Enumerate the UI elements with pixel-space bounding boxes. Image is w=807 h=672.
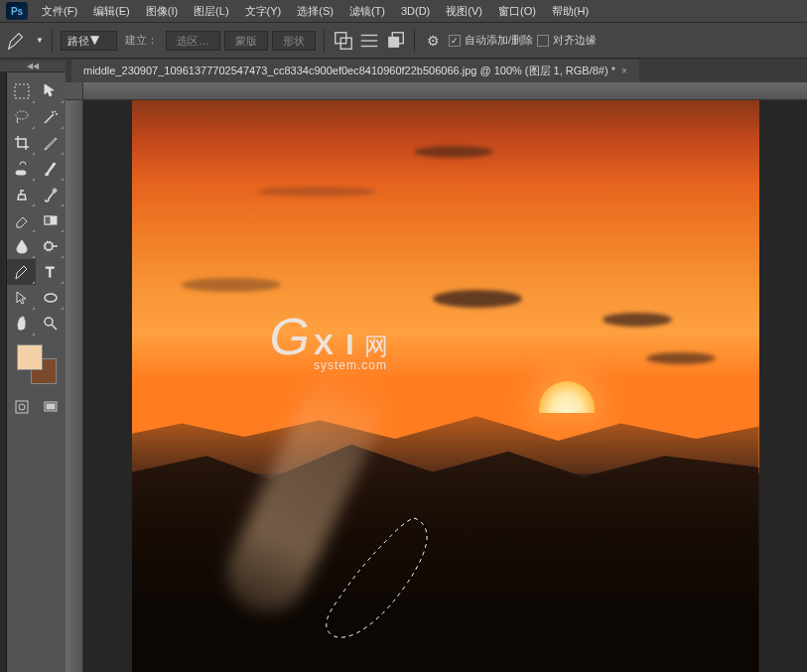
align-edges-label: 对齐边缘	[553, 33, 597, 48]
mode-select[interactable]: 路径 ⯆	[61, 31, 117, 51]
hand-tool[interactable]	[7, 311, 36, 336]
path-selection-tool[interactable]	[7, 285, 36, 311]
zoom-tool[interactable]	[36, 311, 65, 336]
menu-image[interactable]: 图像(I)	[138, 1, 186, 22]
ruler-corner[interactable]	[66, 82, 83, 100]
gradient-tool[interactable]	[36, 207, 65, 233]
svg-line-19	[52, 325, 57, 330]
document-image: G X I网 system.com	[132, 100, 759, 672]
auto-add-delete-checkbox[interactable]	[449, 35, 461, 47]
lasso-tool[interactable]	[7, 104, 36, 130]
divider	[414, 29, 415, 53]
tab-title: middle_230907_10961377702547473_cc8334c9…	[83, 64, 615, 78]
menu-filter[interactable]: 滤镜(T)	[341, 1, 393, 22]
path-alignment-icon[interactable]	[358, 30, 380, 52]
tab-close-icon[interactable]: ×	[621, 66, 627, 76]
magic-wand-tool[interactable]	[36, 104, 65, 130]
shape-tool[interactable]	[36, 285, 65, 311]
menu-layer[interactable]: 图层(L)	[186, 1, 236, 22]
pen-tool-icon[interactable]	[4, 30, 30, 52]
brush-tool[interactable]	[36, 156, 65, 182]
healing-brush-tool[interactable]	[7, 156, 36, 182]
align-edges-checkbox[interactable]	[537, 35, 549, 47]
svg-rect-12	[45, 216, 51, 224]
svg-rect-7	[15, 84, 29, 98]
menubar: Ps 文件(F) 编辑(E) 图像(I) 图层(L) 文字(Y) 选择(S) 滤…	[0, 0, 807, 23]
divider	[52, 29, 53, 53]
menu-edit[interactable]: 编辑(E)	[85, 1, 138, 22]
mask-button[interactable]: 蒙版	[224, 31, 268, 51]
path-arrangement-icon[interactable]	[384, 30, 406, 52]
menu-view[interactable]: 视图(V)	[438, 1, 490, 22]
gear-icon[interactable]: ⚙	[423, 30, 445, 52]
menu-type[interactable]: 文字(Y)	[237, 1, 290, 22]
type-tool[interactable]: T	[36, 259, 65, 285]
pen-tool[interactable]	[7, 259, 36, 285]
selection-button[interactable]: 选区…	[166, 31, 220, 51]
move-tool[interactable]	[36, 78, 65, 104]
menu-window[interactable]: 窗口(O)	[490, 1, 544, 22]
svg-rect-9	[16, 171, 26, 175]
document-tab[interactable]: middle_230907_10961377702547473_cc8334c9…	[71, 60, 639, 82]
panel-handle[interactable]: ◀◀	[0, 61, 66, 72]
canvas-area: G X I网 system.com	[66, 82, 807, 672]
menu-select[interactable]: 选择(S)	[289, 1, 341, 22]
divider	[324, 29, 325, 53]
color-swatches[interactable]	[17, 344, 57, 384]
crop-tool[interactable]	[7, 130, 36, 156]
quick-mask-icon[interactable]	[9, 396, 36, 418]
watermark: G X I网 system.com	[270, 307, 388, 372]
history-brush-tool[interactable]	[36, 182, 65, 207]
svg-rect-23	[47, 404, 55, 409]
collapsed-panel-strip[interactable]	[0, 61, 7, 672]
shape-button[interactable]: 形状	[272, 31, 316, 51]
eraser-tool[interactable]	[7, 207, 36, 233]
marquee-tool[interactable]	[7, 78, 36, 104]
screen-mode-icon[interactable]	[38, 396, 65, 418]
auto-add-delete-label: 自动添加/删除	[465, 33, 533, 48]
tools-panel: ◀◀	[0, 61, 66, 672]
horizontal-ruler[interactable]	[83, 82, 807, 100]
canvas-viewport[interactable]: G X I网 system.com	[83, 100, 807, 672]
dodge-tool[interactable]	[36, 233, 65, 259]
svg-point-17	[45, 294, 57, 302]
document-tab-bar: middle_230907_10961377702547473_cc8334c9…	[0, 59, 807, 82]
eyedropper-tool[interactable]	[36, 130, 65, 156]
svg-rect-20	[16, 401, 28, 413]
svg-point-21	[19, 404, 25, 410]
options-bar: ▼ 路径 ⯆ 建立： 选区… 蒙版 形状 ⚙ 自动添加/删除 对齐边缘	[0, 23, 807, 59]
menu-3d[interactable]: 3D(D)	[393, 2, 438, 20]
tool-preset-dropdown[interactable]: ▼	[36, 36, 44, 45]
selection-marquee	[320, 513, 469, 642]
svg-point-18	[45, 318, 53, 326]
clone-stamp-tool[interactable]	[7, 182, 36, 207]
vertical-ruler[interactable]	[66, 100, 83, 672]
build-label: 建立：	[125, 33, 158, 48]
menu-help[interactable]: 帮助(H)	[544, 1, 597, 22]
menu-file[interactable]: 文件(F)	[34, 1, 85, 22]
foreground-color-swatch[interactable]	[17, 344, 43, 370]
svg-rect-5	[388, 36, 399, 47]
path-operations-icon[interactable]	[333, 30, 354, 52]
app-logo[interactable]: Ps	[6, 2, 28, 20]
svg-point-8	[16, 111, 28, 119]
blur-tool[interactable]	[7, 233, 36, 259]
svg-text:T: T	[46, 264, 55, 280]
